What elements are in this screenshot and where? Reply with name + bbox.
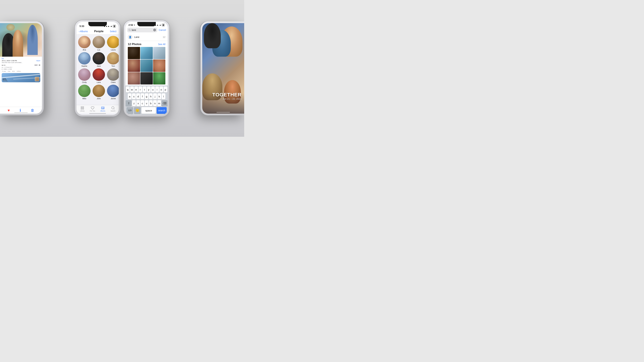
key-e[interactable]: e <box>134 86 138 92</box>
person-name-cindy: Cindy <box>82 81 87 83</box>
svg-line-7 <box>130 30 131 31</box>
svg-rect-2 <box>81 108 82 109</box>
key-f[interactable]: f <box>140 93 144 99</box>
key-v[interactable]: v <box>145 100 148 106</box>
key-s[interactable]: s <box>132 93 136 99</box>
map-city-name2: Monica <box>3 79 8 81</box>
back-albums-button[interactable]: ‹ Albums <box>79 30 88 33</box>
key-m[interactable]: m <box>157 100 161 106</box>
key-z[interactable]: z <box>132 100 136 106</box>
key-k[interactable]: k <box>158 93 161 99</box>
person-item-claire[interactable]: Claire <box>107 68 119 83</box>
person-name-ana: Ana <box>83 49 86 51</box>
photo-thumb-8[interactable] <box>140 72 152 84</box>
globe-key[interactable]: 🌐 <box>126 115 133 115</box>
key-p[interactable]: p <box>164 86 167 92</box>
shutter-speed: 1/702 s <box>17 70 21 72</box>
notch <box>137 22 156 26</box>
person-item-cindy[interactable]: Cindy <box>78 68 90 83</box>
tab-foryou-label: For You <box>90 110 95 112</box>
shift-key[interactable]: ⇧ <box>126 100 132 106</box>
tab-library-label: Library <box>80 110 85 112</box>
key-t[interactable]: t <box>143 86 146 92</box>
person-name-janett: Janett <box>111 97 116 99</box>
person-item-ana[interactable]: Ana <box>78 36 90 51</box>
person-item-luc[interactable]: Luc <box>92 36 105 51</box>
wifi-icon: ▲ <box>110 25 112 27</box>
key-b[interactable]: b <box>149 100 152 106</box>
svg-point-4 <box>112 107 114 109</box>
location-icon: ⬆ <box>134 24 135 26</box>
tab-search[interactable]: Search <box>108 106 118 112</box>
notch <box>88 22 107 26</box>
person-name-tom: Tom <box>112 65 115 67</box>
phone2: 5:33 ▲▲▲ ▲ ▓ ‹ Albums People Select <box>75 20 120 116</box>
person-item-tom[interactable]: Tom <box>107 52 119 67</box>
svg-point-6 <box>129 29 130 31</box>
person-name-luc: Luc <box>97 49 100 51</box>
delete-key[interactable]: ⌫ <box>162 100 168 106</box>
tab-library[interactable]: Library <box>77 106 88 112</box>
photo-thumb-1[interactable] <box>128 47 140 59</box>
search-cancel-button[interactable]: Cancel <box>159 29 166 31</box>
photo-thumb-5[interactable] <box>140 59 152 72</box>
key-g[interactable]: g <box>145 93 148 99</box>
key-i[interactable]: i <box>155 86 159 92</box>
map-thumbnail[interactable]: Santa Monica Airport (SMO) <box>2 73 40 82</box>
search-clear-button[interactable]: × <box>153 29 156 31</box>
photo-thumb-6[interactable] <box>153 59 165 72</box>
person-name-laura: Laura <box>111 49 116 51</box>
tab-albums[interactable]: Albums <box>98 106 108 112</box>
adjust-button[interactable]: Adjust <box>36 60 40 61</box>
key-j[interactable]: j <box>153 93 157 99</box>
key-n[interactable]: n <box>153 100 157 106</box>
person-item-john[interactable]: John <box>92 85 105 99</box>
select-button[interactable]: Select <box>110 30 116 33</box>
photo-thumb-2[interactable] <box>140 47 152 59</box>
map-city-name: Santa <box>3 78 8 79</box>
person-item-sophie[interactable]: Sophie <box>78 52 90 67</box>
photo-dimensions: 6 × 3088 • 1.3 MB <box>2 68 40 70</box>
delete-button[interactable]: 🗑 <box>31 108 34 113</box>
tab-for-you[interactable]: For You <box>88 106 98 112</box>
like-button[interactable]: ♥ <box>8 108 10 113</box>
search-key[interactable]: search <box>157 107 167 114</box>
photo-thumb-4[interactable] <box>128 59 140 72</box>
key-a[interactable]: a <box>128 93 132 99</box>
person-name-mike: Mike <box>82 97 86 99</box>
key-u[interactable]: u <box>151 86 155 92</box>
key-h[interactable]: h <box>149 93 152 99</box>
key-o[interactable]: o <box>160 86 163 92</box>
photos-count-title: 12 Photos <box>128 42 142 46</box>
raw-icon: ⊞ <box>39 64 40 66</box>
key-c[interactable]: c <box>140 100 144 106</box>
together-date: Jun 21 – 22, 2021 <box>212 97 242 100</box>
person-item-jane[interactable]: Jane <box>92 52 105 67</box>
battery-icon: ▓ <box>113 25 116 27</box>
photos-section-header: 12 Photos See All <box>126 41 168 47</box>
search-query-field[interactable]: lane <box>132 29 152 31</box>
heif-badge: HEIF <box>34 64 38 66</box>
svg-rect-0 <box>81 107 82 108</box>
person-item-janett[interactable]: Janett <box>107 85 119 99</box>
num-key[interactable]: 123 <box>126 107 133 114</box>
emoji-key[interactable]: 🙂 <box>134 107 141 114</box>
key-w[interactable]: w <box>130 86 134 92</box>
key-y[interactable]: y <box>147 86 150 92</box>
key-d[interactable]: d <box>136 93 140 99</box>
key-r[interactable]: r <box>138 86 142 92</box>
search-result-row[interactable]: 👤 Lane 12 <box>126 33 168 41</box>
photo-thumb-9[interactable] <box>153 72 165 84</box>
photo-thumb-7[interactable] <box>128 72 140 84</box>
photo-thumb-3[interactable] <box>153 47 165 59</box>
key-x[interactable]: x <box>136 100 140 106</box>
person-item-laura[interactable]: Laura <box>107 36 119 51</box>
see-all-button[interactable]: See All <box>158 43 165 45</box>
person-item-lane[interactable]: Lane <box>92 68 105 83</box>
key-q[interactable]: q <box>126 86 130 92</box>
space-key[interactable]: space <box>142 107 156 114</box>
wifi-icon-3: ▲ <box>159 24 161 26</box>
info-button[interactable]: ℹ <box>20 108 21 113</box>
key-l[interactable]: l <box>162 93 165 99</box>
person-item-mike[interactable]: Mike <box>78 85 90 99</box>
